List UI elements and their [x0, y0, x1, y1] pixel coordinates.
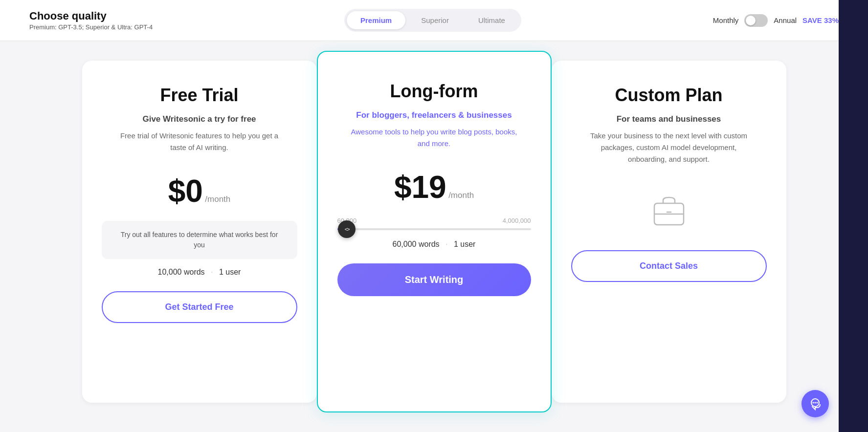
custom-plan-card: Custom Plan For teams and businesses Tak… — [552, 61, 786, 403]
tab-premium[interactable]: Premium — [347, 11, 405, 29]
free-card-subtitle: Give Writesonic a try for free — [142, 113, 256, 125]
slider-thumb-icon: <> — [345, 226, 349, 232]
free-trial-card: Free Trial Give Writesonic a try for fre… — [82, 61, 317, 403]
tab-ultimate[interactable]: Ultimate — [465, 11, 519, 29]
longform-users: 1 user — [454, 240, 475, 248]
free-price-amount: $0 — [168, 173, 203, 209]
header-bar: Choose quality Premium: GPT-3.5; Superio… — [0, 0, 868, 41]
billing-toggle-area: Monthly Annual SAVE 33% — [713, 14, 839, 27]
longform-card-title: Long-form — [390, 81, 478, 102]
chatbot-button[interactable] — [801, 390, 829, 417]
custom-card-desc: Take your business to the next level wit… — [586, 130, 752, 165]
free-word-box: Try out all features to determine what w… — [102, 221, 297, 259]
free-words-info: 10,000 words · 1 user — [158, 268, 241, 277]
free-users: 1 user — [219, 268, 241, 276]
header-title: Choose quality — [29, 10, 153, 22]
start-writing-button[interactable]: Start Writing — [337, 263, 531, 296]
free-card-title: Free Trial — [160, 85, 238, 106]
longform-card-desc: Awesome tools to help you write blog pos… — [351, 126, 517, 150]
slider-thumb[interactable]: <> — [338, 220, 356, 238]
longform-card-subtitle: For bloggers, freelancers & businesses — [356, 109, 512, 121]
get-started-free-button[interactable]: Get Started Free — [102, 291, 297, 323]
free-price-period: /month — [205, 194, 230, 204]
monthly-label: Monthly — [713, 16, 739, 24]
contact-sales-button[interactable]: Contact Sales — [571, 250, 767, 282]
annual-label: Annual — [774, 16, 797, 24]
tab-superior[interactable]: Superior — [407, 11, 463, 29]
dark-sidebar — [839, 0, 868, 432]
word-slider-area: 60,000 4,000,000 <> — [337, 217, 531, 230]
longform-price-period: /month — [448, 191, 474, 200]
longform-words: 60,000 words — [393, 240, 440, 248]
free-price-block: $0 /month — [168, 173, 231, 209]
billing-toggle[interactable] — [744, 14, 768, 27]
briefcase-icon — [649, 190, 689, 231]
svg-point-4 — [813, 402, 814, 404]
slider-max-label: 4,000,000 — [503, 217, 531, 224]
free-words: 10,000 words — [158, 268, 205, 276]
toggle-thumb — [746, 16, 756, 25]
svg-point-6 — [817, 402, 818, 404]
svg-point-5 — [815, 402, 816, 404]
slider-track[interactable]: <> — [337, 228, 531, 230]
longform-separator: · — [445, 240, 447, 248]
custom-card-subtitle: For teams and businesses — [617, 113, 721, 125]
header-subtitle: Premium: GPT-3.5; Superior & Ultra: GPT-… — [29, 23, 153, 31]
custom-card-title: Custom Plan — [615, 85, 722, 106]
slider-labels: 60,000 4,000,000 — [337, 217, 531, 224]
longform-words-info: 60,000 words · 1 user — [393, 240, 476, 249]
main-content: Free Trial Give Writesonic a try for fre… — [0, 41, 868, 422]
longform-price-amount: $19 — [394, 170, 446, 205]
header-left: Choose quality Premium: GPT-3.5; Superio… — [29, 10, 153, 31]
free-separator: · — [211, 268, 213, 276]
free-card-desc: Free trial of Writesonic features to hel… — [116, 130, 283, 153]
longform-price-block: $19 /month — [394, 169, 474, 205]
longform-card: Long-form For bloggers, freelancers & bu… — [317, 51, 552, 412]
quality-tabs: Premium Superior Ultimate — [344, 9, 521, 32]
save-badge: SAVE 33% — [802, 16, 839, 24]
